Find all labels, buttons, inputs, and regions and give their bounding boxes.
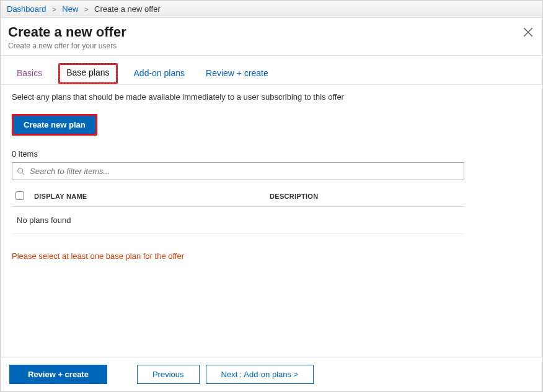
- validation-error: Please select at least one base plan for…: [12, 251, 531, 261]
- svg-line-3: [22, 172, 25, 175]
- main-content: Select any plans that should be made ava…: [1, 85, 542, 268]
- column-description[interactable]: DESCRIPTION: [270, 193, 461, 200]
- breadcrumb: Dashboard > New > Create a new offer: [1, 1, 542, 18]
- close-button[interactable]: [523, 27, 534, 38]
- chevron-right-icon: >: [84, 6, 88, 13]
- item-count: 0 items: [12, 149, 531, 159]
- tab-review-create[interactable]: Review + create: [201, 64, 273, 84]
- next-button[interactable]: Next : Add-on plans >: [206, 365, 314, 384]
- tab-basics[interactable]: Basics: [12, 64, 47, 84]
- tabs: Basics Base plans Add-on plans Review + …: [1, 56, 542, 85]
- close-icon: [523, 27, 534, 38]
- select-all-checkbox[interactable]: [15, 191, 24, 200]
- breadcrumb-new[interactable]: New: [62, 4, 78, 14]
- tab-base-plans[interactable]: Base plans: [58, 63, 117, 84]
- create-new-plan-button[interactable]: Create new plan: [12, 114, 97, 136]
- instruction-text: Select any plans that should be made ava…: [12, 92, 531, 102]
- search-input[interactable]: [12, 162, 464, 180]
- breadcrumb-current: Create a new offer: [94, 4, 161, 14]
- tab-addon-plans[interactable]: Add-on plans: [129, 64, 190, 84]
- svg-point-2: [18, 168, 23, 173]
- page-header: Create a new offer Create a new offer fo…: [1, 18, 542, 56]
- chevron-right-icon: >: [52, 6, 56, 13]
- review-create-button[interactable]: Review + create: [9, 365, 107, 384]
- footer: Review + create Previous Next : Add-on p…: [1, 357, 542, 391]
- search-icon: [17, 167, 25, 176]
- search-wrapper: [12, 162, 464, 180]
- page-title: Create a new offer: [8, 24, 535, 40]
- column-display-name[interactable]: DISPLAY NAME: [34, 193, 270, 200]
- page-subtitle: Create a new offer for your users: [8, 41, 535, 50]
- previous-button[interactable]: Previous: [137, 365, 200, 384]
- table-header: DISPLAY NAME DESCRIPTION: [12, 186, 464, 207]
- breadcrumb-dashboard[interactable]: Dashboard: [7, 4, 46, 14]
- empty-state: No plans found: [12, 207, 464, 234]
